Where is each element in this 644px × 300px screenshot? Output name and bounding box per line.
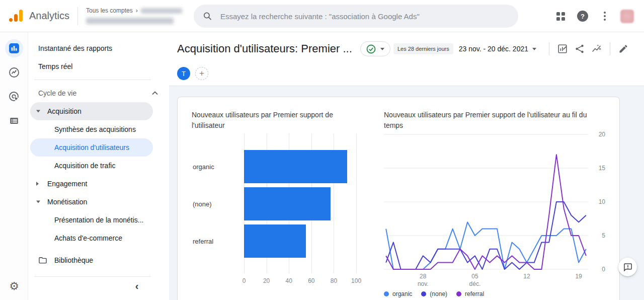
expand-arrow-icon	[36, 110, 40, 113]
line-y-tick-label: 15	[599, 165, 605, 172]
report-toolbar	[544, 40, 632, 57]
sidebar-item-label: Instantané des rapports	[38, 44, 112, 52]
bar-chart-title: Nouveaux utilisateurs par Premier suppor…	[192, 110, 361, 131]
bar-category-label: organic	[193, 150, 214, 183]
series-line-referral	[386, 155, 586, 269]
sidebar-item-label: Acquisition d'utilisateurs	[54, 143, 129, 152]
all-users-chip[interactable]: T	[177, 67, 190, 80]
search-icon	[203, 11, 212, 21]
rail-explore-button[interactable]	[5, 63, 23, 82]
sidebar-item-engagement[interactable]: Engagement	[28, 175, 169, 193]
bar-x-tick-label: 40	[286, 277, 292, 284]
legend-item[interactable]: referral	[456, 290, 484, 297]
legend-dot-icon	[384, 291, 389, 296]
apps-grid-button[interactable]	[549, 5, 572, 27]
sidebar-item-ecommerce-purchases[interactable]: Achats d'e-commerce	[28, 229, 169, 247]
redacted-account-name	[141, 8, 182, 14]
header-actions: ?	[549, 5, 638, 27]
sidebar-item-user-acquisition[interactable]: Acquisition d'utilisateurs	[30, 138, 153, 157]
sidebar-item-acquisition-overview[interactable]: Synthèse des acquisitions	[28, 120, 169, 138]
legend-item[interactable]: (none)	[421, 290, 447, 297]
sidebar-item-traffic-acquisition[interactable]: Acquisition de trafic	[28, 157, 169, 175]
folder-icon	[38, 256, 47, 265]
search-input[interactable]	[219, 12, 509, 21]
collapse-sidebar-button[interactable]: ‹	[130, 279, 144, 293]
bar-chart: organic(none)referral 020406080100	[192, 133, 361, 289]
analytics-logo[interactable]: Analytics	[0, 10, 75, 22]
sidebar-section-lifecycle[interactable]: Cycle de vie	[28, 84, 169, 102]
plus-icon: +	[199, 68, 204, 79]
bar	[244, 187, 331, 220]
edit-report-button[interactable]	[615, 40, 632, 57]
bar-gridline	[356, 133, 357, 273]
sidebar-section-label: Cycle de vie	[38, 89, 76, 97]
bar-x-tick-label: 60	[308, 277, 314, 284]
line-chart-section: Nouveaux utilisateurs par Premier suppor…	[384, 110, 605, 300]
data-quality-button[interactable]	[360, 41, 390, 56]
help-button[interactable]: ?	[572, 5, 594, 27]
legend-dot-icon	[421, 291, 426, 296]
line-y-tick-label: 20	[599, 131, 605, 138]
chevron-left-icon: ‹	[135, 280, 139, 292]
line-plot-area	[384, 133, 588, 270]
legend-label: (none)	[430, 290, 447, 297]
bar-category-axis: organic(none)referral	[192, 133, 244, 289]
bar-chart-section: Nouveaux utilisateurs par Premier suppor…	[192, 110, 361, 300]
caret-down-icon	[380, 48, 384, 50]
page-title: Acquisition d'utilisateurs: Premier ...	[177, 42, 352, 55]
search-bar[interactable]	[194, 5, 518, 28]
share-button[interactable]	[571, 40, 588, 57]
share-icon	[574, 43, 585, 54]
line-x-tick-label: 05déc.	[469, 273, 481, 288]
sidebar-item-monetization-overview[interactable]: Présentation de la monétis...	[28, 211, 169, 229]
sidebar-item-snapshot[interactable]: Instantané des rapports	[28, 39, 169, 57]
add-comparison-button[interactable]: +	[195, 67, 208, 80]
reports-icon	[9, 43, 19, 53]
app-header: Analytics Tous les comptes › ?	[0, 0, 644, 32]
account-button[interactable]	[616, 5, 638, 27]
sidebar-divider	[34, 80, 151, 80]
bar-x-tick-label: 100	[351, 277, 361, 284]
more-vert-icon	[604, 12, 606, 21]
more-menu-button[interactable]	[594, 5, 616, 27]
sidebar-item-monetization[interactable]: Monétisation	[28, 193, 169, 211]
rail-advertising-button[interactable]	[5, 88, 23, 106]
bar	[244, 150, 347, 183]
sidebar-item-label: Monétisation	[47, 198, 87, 206]
line-x-tick-label: 19	[575, 273, 582, 280]
report-header: Acquisition d'utilisateurs: Premier ... …	[169, 32, 644, 86]
configure-icon	[9, 115, 20, 126]
date-preset-badge: Les 28 derniers jours	[393, 43, 453, 54]
check-circle-icon	[366, 44, 376, 54]
sidebar-item-library[interactable]: Bibliothèque	[28, 251, 169, 269]
date-range-picker[interactable]: 23 nov. - 20 déc. 2021	[459, 45, 536, 53]
breadcrumb[interactable]: Tous les comptes ›	[86, 8, 182, 24]
sidebar-item-label: Acquisition de trafic	[54, 162, 115, 170]
legend-label: referral	[465, 290, 484, 297]
charts-card: Nouveaux utilisateurs par Premier suppor…	[177, 97, 620, 300]
bar-x-tick-label: 20	[263, 277, 270, 284]
rail-configure-button[interactable]	[5, 112, 23, 130]
insights-button[interactable]	[588, 40, 605, 57]
bar	[244, 224, 306, 258]
legend-item[interactable]: organic	[384, 290, 412, 297]
bar-x-tick-label: 80	[331, 277, 337, 284]
sidebar-item-realtime[interactable]: Temps réel	[28, 57, 169, 76]
breadcrumb-chevron-icon: ›	[136, 8, 138, 14]
settings-gear-icon[interactable]: ⚙	[0, 280, 28, 293]
rail-reports-button[interactable]	[5, 39, 23, 57]
apps-grid-icon	[556, 12, 565, 21]
edit-icon	[618, 44, 628, 54]
feedback-button[interactable]	[618, 258, 637, 276]
explore-icon	[8, 66, 20, 79]
bar-category-label: referral	[193, 224, 213, 258]
sidebar-item-acquisition[interactable]: Acquisition	[30, 102, 153, 120]
advertising-icon	[8, 91, 20, 103]
reports-sidebar: Instantané des rapports Temps réel Cycle…	[28, 32, 169, 300]
line-x-tick-label: 28nov.	[418, 273, 429, 288]
sidebar-item-label: Présentation de la monétis...	[54, 216, 143, 224]
google-analytics-icon	[9, 10, 23, 22]
sidebar-item-label: Synthèse des acquisitions	[54, 125, 136, 133]
collapsed-arrow-icon	[36, 182, 39, 186]
customize-report-button[interactable]	[554, 40, 571, 57]
